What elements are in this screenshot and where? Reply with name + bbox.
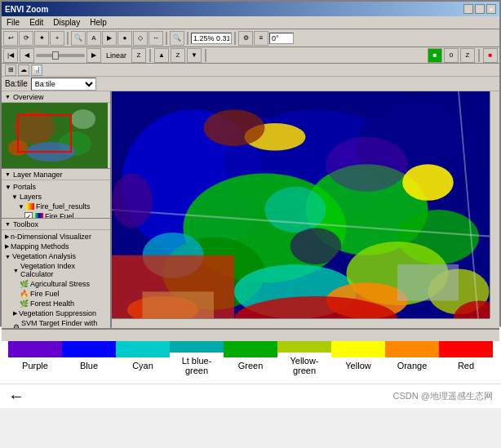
toolbox-item-mapping[interactable]: ▶ Mapping Methods xyxy=(5,242,107,251)
toolbar-btn-s4[interactable]: Z xyxy=(131,48,146,63)
svg-point-27 xyxy=(326,137,408,192)
toolbox-item-label-2: Mapping Methods xyxy=(11,242,69,251)
toolbar-sep-6 xyxy=(205,49,206,62)
toolbox-item-ndv[interactable]: ▶ n-Dimensional Visualizer xyxy=(5,232,107,242)
toolbar-btn-12[interactable]: ⚙ xyxy=(238,31,253,46)
toolbox-tree: ▶ n-Dimensional Visualizer ▶ Mapping Met… xyxy=(2,230,110,328)
toolbar-btn-s10[interactable]: Z xyxy=(460,48,475,63)
overview-header[interactable]: Overview xyxy=(2,91,110,103)
fire-fuel-results-label: Fire_fuel_results xyxy=(36,202,91,211)
legend-item-2: Cyan xyxy=(116,341,170,370)
fire-fuel-results-expand: ▼ xyxy=(18,203,24,211)
toolbar-btn-9[interactable]: ◇ xyxy=(133,31,148,46)
toolbox-icon-svm: ⚙ xyxy=(13,323,20,328)
toolbar-btn-s11[interactable]: ■ xyxy=(483,48,498,63)
arrow-left-icon: ← xyxy=(8,387,24,406)
toolbar-btn-s7[interactable]: ▼ xyxy=(187,48,202,63)
legend-color-6 xyxy=(331,341,385,357)
menu-help[interactable]: Help xyxy=(88,18,109,27)
toolbox-icon-ag: 🌿 xyxy=(20,280,29,288)
minimize-button[interactable]: _ xyxy=(463,4,473,14)
toolbar-btn-s2[interactable]: ◀ xyxy=(20,48,34,63)
toolbar-btn-5[interactable]: 🔍 xyxy=(71,31,86,46)
layer-manager-label: Layer Manager xyxy=(13,171,63,179)
toolbox-item-veg[interactable]: ▼ Vegetation Analysis xyxy=(5,251,107,261)
zoom-input[interactable] xyxy=(191,33,232,44)
toolbox-item-label-6: Fire Fuel xyxy=(30,290,60,298)
toolbar-btn-6[interactable]: A xyxy=(86,31,101,46)
toolbar-btn-s1[interactable]: |◀ xyxy=(3,48,18,63)
slider-track[interactable] xyxy=(36,54,85,57)
layer-item-layers[interactable]: ▼ Layers xyxy=(11,192,107,202)
toolbox-item-fh[interactable]: 🌿 Forest Health xyxy=(20,299,107,308)
toolbox-expand-icon-5: ▶ xyxy=(13,310,17,317)
toolbox-expand-icon-4: ▼ xyxy=(13,268,19,273)
toolbar-sep-4 xyxy=(234,32,236,45)
band-selector: Ba:tile Ba:tile xyxy=(2,77,499,91)
menu-display[interactable]: Display xyxy=(51,18,82,27)
toolbar-btn-s6[interactable]: Z xyxy=(171,48,185,63)
svg-point-5 xyxy=(71,109,95,129)
layer-item-portals[interactable]: ▼ Portals xyxy=(5,182,107,192)
toolbar-btn-s3[interactable]: ▶ xyxy=(86,48,101,63)
legend-item-5: Yellow- green xyxy=(277,336,331,375)
layer-checkbox: ✓ xyxy=(24,212,33,218)
icon-btn-1[interactable]: ⊞ xyxy=(5,64,16,76)
title-bar: ENVI Zoom _ □ × xyxy=(2,2,499,16)
band-label: Ba:tile xyxy=(5,79,28,88)
toolbox-panel: Toolbox ▶ n-Dimensional Visualizer ▶ Map… xyxy=(2,218,110,328)
fire-fuel-label: Fire Fuel xyxy=(45,212,74,218)
toolbar-btn-13[interactable]: ≡ xyxy=(254,31,268,46)
menu-edit[interactable]: Edit xyxy=(28,18,45,27)
scrollbar-horizontal[interactable] xyxy=(112,318,490,328)
legend-color-1 xyxy=(62,341,116,357)
svg-point-34 xyxy=(290,228,342,264)
image-area[interactable] xyxy=(112,91,499,328)
close-button[interactable]: × xyxy=(486,4,496,14)
toolbar-sep-3 xyxy=(187,32,188,45)
icon-btn-3[interactable]: 📊 xyxy=(31,64,42,76)
svg-point-19 xyxy=(402,164,454,201)
legend-label-8: Red xyxy=(458,361,474,370)
toolbar-btn-7[interactable]: ▶ xyxy=(102,31,117,46)
app-window: ENVI Zoom _ □ × File Edit Display Help ↩… xyxy=(0,0,501,326)
toolbox-item-label-7: Forest Health xyxy=(30,299,74,308)
scrollbar-vertical[interactable] xyxy=(490,91,499,318)
toolbar-btn-11[interactable]: 🔍 xyxy=(170,31,184,46)
toolbar-btn-s9[interactable]: 0 xyxy=(444,48,459,63)
band-select[interactable]: Ba:tile xyxy=(31,78,96,91)
rotation-input[interactable] xyxy=(269,33,294,44)
layer-item-fire-fuel[interactable]: ✓ Fire Fuel xyxy=(24,211,107,218)
legend-item-1: Blue xyxy=(62,341,116,370)
toolbar-btn-4[interactable]: + xyxy=(50,31,64,46)
toolbox-item-ff[interactable]: 🔥 Fire Fuel xyxy=(20,289,107,299)
toolbox-item-ag[interactable]: 🌿 Agricultural Stress xyxy=(20,279,107,289)
layer-tree: ▼ Portals ▼ Layers ▼ Fire_fuel_results ✓ xyxy=(2,180,110,218)
toolbox-item-svm[interactable]: ⚙ SVM Target Finder with BandMat xyxy=(13,318,107,328)
linear-label: Linear xyxy=(106,51,126,60)
toolbox-item-vic[interactable]: ▼ Vegetation Index Calculator xyxy=(13,261,107,279)
toolbar-btn-10[interactable]: ↔ xyxy=(149,31,163,46)
portals-label: Portals xyxy=(13,183,36,191)
toolbox-header[interactable]: Toolbox xyxy=(2,219,110,230)
toolbar-btn-1[interactable]: ↩ xyxy=(3,31,18,46)
toolbox-expand-icon-2: ▶ xyxy=(5,243,9,250)
icon-btn-2[interactable]: ☁ xyxy=(18,64,29,76)
layer-item-fire-fuel-results[interactable]: ▼ Fire_fuel_results xyxy=(18,202,107,211)
toolbar-sep-7 xyxy=(478,49,480,62)
overview-panel: Overview xyxy=(2,91,110,169)
maximize-button[interactable]: □ xyxy=(475,4,485,14)
layer-manager-header[interactable]: Layer Manager xyxy=(2,169,110,180)
toolbox-item-vs[interactable]: ▶ Vegetation Suppression xyxy=(13,308,107,318)
toolbar-sep-1 xyxy=(67,32,69,45)
toolbar-btn-3[interactable]: ✦ xyxy=(34,31,49,46)
toolbar-btn-8[interactable]: ● xyxy=(117,31,132,46)
toolbox-icon-ff: 🔥 xyxy=(20,290,29,298)
toolbox-item-label-8: Vegetation Suppression xyxy=(19,309,96,317)
toolbar-btn-s8[interactable]: ■ xyxy=(428,48,442,63)
menu-file[interactable]: File xyxy=(5,18,21,27)
legend-label-2: Cyan xyxy=(132,361,153,370)
toolbox-icon-fh: 🌿 xyxy=(20,299,29,308)
toolbar-btn-s5[interactable]: ▲ xyxy=(154,48,169,63)
toolbar-btn-2[interactable]: ⟳ xyxy=(19,31,33,46)
